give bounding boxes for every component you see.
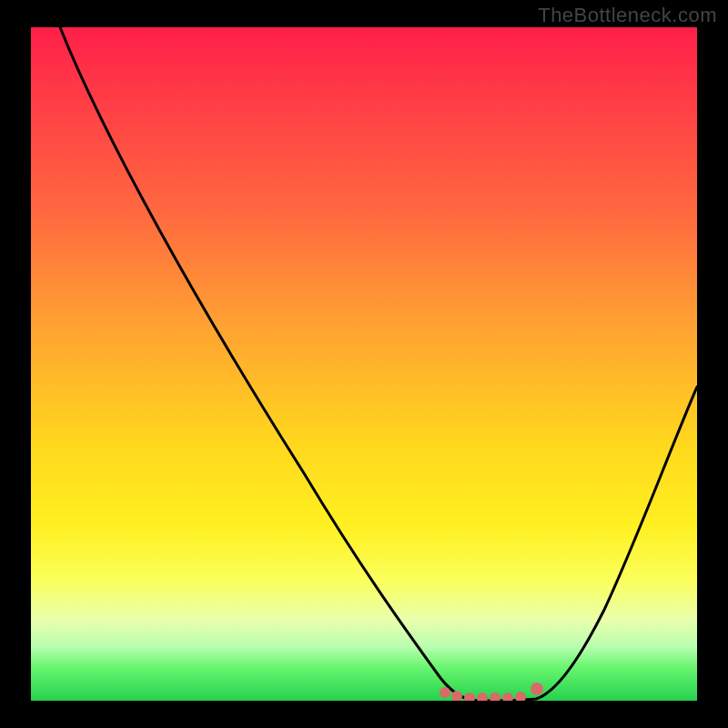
curve-overlay bbox=[31, 27, 697, 701]
marker-strip bbox=[440, 682, 543, 701]
marker-dot bbox=[515, 692, 526, 701]
marker-dot bbox=[477, 693, 488, 701]
marker-dot bbox=[490, 693, 500, 701]
marker-dot bbox=[440, 687, 450, 698]
watermark-text: TheBottleneck.com bbox=[538, 4, 717, 27]
bottleneck-curve bbox=[60, 27, 697, 701]
chart-frame: TheBottleneck.com bbox=[0, 0, 728, 728]
plot-area bbox=[31, 27, 697, 701]
marker-dot bbox=[502, 693, 513, 701]
marker-dot-end bbox=[531, 682, 543, 695]
marker-dot bbox=[464, 693, 475, 701]
